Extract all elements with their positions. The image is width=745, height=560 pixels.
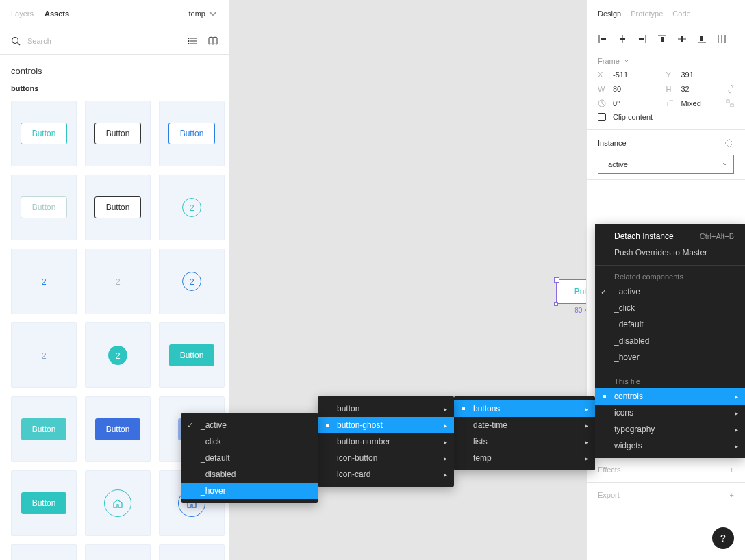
instance-swap-menu[interactable]: Detach Instance Ctrl+Alt+B Push Override… bbox=[595, 224, 745, 458]
menu-item-hover[interactable]: _hover bbox=[181, 483, 318, 499]
tab-assets[interactable]: Assets bbox=[45, 10, 69, 18]
frame-type-selector[interactable]: Frame bbox=[598, 57, 734, 65]
asset-thumb[interactable]: Button bbox=[11, 101, 77, 166]
asset-thumb[interactable] bbox=[11, 544, 77, 560]
add-export-icon[interactable]: + bbox=[730, 491, 734, 499]
tab-code[interactable]: Code bbox=[672, 10, 690, 18]
add-effect-icon[interactable]: + bbox=[730, 466, 734, 474]
assets-search-row bbox=[0, 27, 229, 55]
menu-item-typography[interactable]: typography bbox=[595, 421, 745, 437]
asset-thumb[interactable]: Button bbox=[11, 175, 77, 240]
go-to-master-icon[interactable] bbox=[724, 138, 734, 148]
assets-search-input[interactable] bbox=[27, 37, 181, 45]
menu-item-date-time[interactable]: date-time bbox=[454, 417, 595, 433]
tab-layers[interactable]: Layers bbox=[11, 10, 34, 18]
asset-thumb[interactable]: Button bbox=[159, 322, 225, 388]
menu-item-temp[interactable]: temp bbox=[454, 450, 595, 466]
menu-item-click[interactable]: _click bbox=[595, 300, 745, 316]
export-section[interactable]: Export + bbox=[587, 483, 745, 507]
align-top-icon[interactable] bbox=[657, 34, 667, 44]
menu-item-button-number[interactable]: button-number bbox=[318, 433, 454, 450]
file-name: temp bbox=[189, 10, 205, 18]
independent-corners-icon[interactable] bbox=[726, 99, 734, 107]
menu-item-disabled[interactable]: _disabled bbox=[595, 333, 745, 349]
menu-item-active[interactable]: ✓_active bbox=[181, 417, 318, 433]
menu-item-button-ghost[interactable]: button-ghost bbox=[318, 417, 454, 433]
menu-item-label: _disabled bbox=[614, 336, 649, 346]
asset-thumb[interactable]: Button bbox=[85, 101, 151, 166]
align-right-icon[interactable] bbox=[637, 34, 647, 44]
menu-item-icons[interactable]: icons bbox=[595, 405, 745, 421]
list-view-icon[interactable] bbox=[188, 36, 197, 46]
asset-thumb[interactable]: 2 bbox=[85, 322, 151, 388]
menu-item-label: Detach Instance bbox=[614, 231, 674, 241]
effects-section[interactable]: Effects + bbox=[587, 457, 745, 483]
asset-thumb[interactable]: 2 bbox=[85, 249, 151, 314]
menu-item-click[interactable]: _click bbox=[181, 433, 318, 450]
button-preview: Button bbox=[21, 418, 67, 440]
value-h[interactable]: 32 bbox=[681, 85, 690, 93]
asset-thumb[interactable] bbox=[85, 470, 151, 536]
asset-thumb[interactable]: Button bbox=[85, 396, 151, 462]
menu-item-buttons[interactable]: buttons bbox=[454, 400, 595, 417]
submenu-controls[interactable]: buttons date-time lists temp bbox=[454, 396, 595, 470]
asset-thumb[interactable]: Button bbox=[159, 101, 225, 166]
menu-item-hover[interactable]: _hover bbox=[595, 349, 745, 366]
file-selector[interactable]: temp bbox=[189, 9, 218, 18]
chevron-down-icon bbox=[624, 58, 629, 64]
clip-content-row[interactable]: Clip content bbox=[598, 113, 734, 121]
asset-thumb[interactable]: 2 bbox=[11, 249, 77, 314]
tab-design[interactable]: Design bbox=[598, 10, 621, 18]
instance-swap-dropdown[interactable]: _active bbox=[598, 155, 734, 174]
asset-thumb[interactable]: 2 bbox=[159, 175, 225, 240]
asset-thumb[interactable]: Button bbox=[11, 396, 77, 462]
help-button[interactable]: ? bbox=[712, 527, 734, 549]
menu-item-default[interactable]: _default bbox=[595, 316, 745, 333]
menu-item-lists[interactable]: lists bbox=[454, 433, 595, 450]
menu-item-active[interactable]: ✓_active bbox=[595, 283, 745, 300]
constrain-proportions-icon[interactable] bbox=[727, 84, 734, 94]
asset-thumb[interactable] bbox=[159, 544, 225, 560]
menu-item-push-overrides[interactable]: Push Overrides to Master bbox=[595, 244, 745, 261]
value-radius[interactable]: Mixed bbox=[681, 99, 701, 107]
align-left-icon[interactable] bbox=[598, 34, 607, 44]
asset-thumb[interactable]: 2 bbox=[11, 322, 77, 388]
frame-properties: Frame X-511 Y391 W80 H32 0° Mixed Clip c… bbox=[587, 51, 745, 130]
asset-thumb[interactable]: 2 bbox=[159, 249, 225, 314]
button-preview: Button bbox=[94, 196, 142, 218]
submenu-buttons[interactable]: button button-ghost button-number icon-b… bbox=[318, 396, 454, 487]
asset-thumb[interactable]: Button bbox=[85, 175, 151, 240]
menu-item-default[interactable]: _default bbox=[181, 450, 318, 466]
submenu-button-ghost[interactable]: ✓_active _click _default _disabled _hove… bbox=[181, 413, 318, 503]
menu-item-button[interactable]: button bbox=[318, 400, 454, 417]
menu-item-controls[interactable]: controls bbox=[595, 388, 745, 405]
menu-item-label: controls bbox=[614, 392, 643, 401]
button-preview: 2 bbox=[115, 277, 120, 287]
button-preview: Button bbox=[168, 123, 216, 144]
align-vcenter-icon[interactable] bbox=[677, 34, 687, 44]
alignment-toolbar bbox=[587, 27, 745, 51]
menu-item-icon-button[interactable]: icon-button bbox=[318, 450, 454, 466]
svg-rect-25 bbox=[727, 100, 729, 103]
menu-item-label: button-ghost bbox=[337, 420, 383, 430]
align-bottom-icon[interactable] bbox=[697, 34, 707, 44]
value-x[interactable]: -511 bbox=[613, 71, 628, 79]
clip-content-checkbox[interactable] bbox=[598, 113, 606, 121]
menu-item-icon-card[interactable]: icon-card bbox=[318, 466, 454, 483]
menu-item-widgets[interactable]: widgets bbox=[595, 437, 745, 454]
asset-thumb[interactable]: Button bbox=[11, 470, 77, 536]
menu-item-detach[interactable]: Detach Instance Ctrl+Alt+B bbox=[595, 228, 745, 244]
tab-prototype[interactable]: Prototype bbox=[631, 10, 663, 18]
asset-thumb[interactable] bbox=[85, 544, 151, 560]
menu-item-disabled[interactable]: _disabled bbox=[181, 466, 318, 483]
value-y[interactable]: 391 bbox=[681, 71, 694, 79]
menu-item-label: _default bbox=[201, 453, 230, 463]
value-rotation[interactable]: 0° bbox=[613, 99, 620, 107]
instance-title: Instance bbox=[598, 139, 627, 147]
menu-item-label: Push Overrides to Master bbox=[614, 248, 707, 257]
menu-group-label: Related components bbox=[595, 270, 745, 283]
distribute-icon[interactable] bbox=[717, 34, 727, 44]
align-hcenter-icon[interactable] bbox=[618, 34, 627, 44]
library-icon[interactable] bbox=[208, 36, 218, 46]
value-w[interactable]: 80 bbox=[613, 85, 621, 93]
